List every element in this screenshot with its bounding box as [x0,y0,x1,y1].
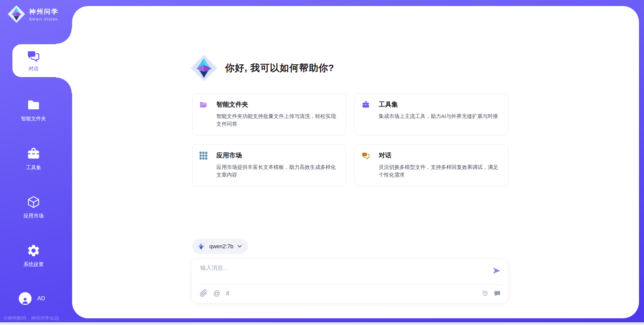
card-description: 应用市场提供丰富长文本模板，助力高效生成多样化文章内容 [216,163,336,179]
gear-icon [26,244,41,258]
folder-icon [26,98,41,112]
brand: 神州问学 Smart Vision [7,5,59,23]
model-name: qwen2:7b [209,243,233,250]
hashtag-button[interactable]: # [226,289,229,297]
card-title: 应用市场 [216,151,242,160]
chat-bubbles-icon [362,151,370,160]
briefcase-icon [362,101,370,109]
sidebar-item-chat[interactable]: 对话 [12,44,72,77]
model-diamond-icon [197,242,205,251]
message-composer: @ # [191,259,508,304]
brand-name: 神州问学 [29,7,59,16]
send-icon[interactable] [492,266,501,275]
user-avatar [19,292,32,305]
user-profile[interactable]: AD [19,292,45,305]
sidebar-item-app-market[interactable]: 应用市场 [0,195,67,219]
person-icon [21,296,30,305]
user-initials: AD [37,295,45,302]
card-title: 智能文件夹 [216,100,248,109]
card-description: 集成市场上主流工具，助力AI与外界无缝扩展与对接 [379,112,499,120]
grid-icon [199,151,208,160]
sidebar-item-label: 对话 [29,66,39,72]
feature-cards: 智能文件夹 智能文件夹功能支持批量文件上传与清洗，轻松实现文件问答 工具集 集成… [192,93,508,186]
card-smart-folders[interactable]: 智能文件夹 智能文件夹功能支持批量文件上传与清洗，轻松实现文件问答 [192,93,346,135]
greeting: 你好, 我可以如何帮助你? [190,54,334,82]
page-title: 你好, 我可以如何帮助你? [225,62,334,74]
history-clock-icon[interactable] [482,290,489,297]
active-tab-fillet-top [56,28,72,44]
card-title: 工具集 [379,100,398,109]
greeting-logo-icon [190,54,218,82]
cube-icon [26,195,41,209]
brand-subtitle: Smart Vision [29,17,59,21]
composer-toolbar: @ # [200,289,229,297]
sidebar-item-label: 智能文件夹 [21,116,46,122]
chat-bubble-icon[interactable] [494,290,501,297]
sidebar-item-settings[interactable]: 系统设置 [0,244,67,268]
main-panel: 你好, 我可以如何帮助你? 智能文件夹 智能文件夹功能支持批量文件上传与清洗，轻… [72,6,639,318]
copyright-text: ©神州数码 · 神州问学出品 [4,315,59,321]
sidebar-item-toolset[interactable]: 工具集 [0,147,67,171]
sidebar-item-label: 工具集 [26,165,41,171]
paperclip-icon[interactable] [200,289,208,297]
folder-open-icon [199,101,208,109]
card-toolset[interactable]: 工具集 集成市场上主流工具，助力AI与外界无缝扩展与对接 [355,93,508,135]
briefcase-icon [26,147,41,161]
bottom-edge-strip [0,322,644,325]
card-description: 智能文件夹功能支持批量文件上传与清洗，轻松实现文件问答 [216,112,336,128]
composer-divider [199,284,501,285]
sidebar-item-label: 系统设置 [23,261,44,268]
sidebar-item-smart-folders[interactable]: 智能文件夹 [0,98,67,122]
chevron-down-icon [237,245,242,248]
card-description: 灵活切换多模型文件，支持多样回复效果调试，满足个性化需求 [379,163,499,179]
card-chat[interactable]: 对话 灵活切换多模型文件，支持多样回复效果调试，满足个性化需求 [355,144,508,186]
app-root: 神州问学 Smart Vision 对话 智能文件夹 工具集 [0,0,644,325]
card-app-market[interactable]: 应用市场 应用市场提供丰富长文本模板，助力高效生成多样化文章内容 [192,144,346,186]
active-tab-fillet-bottom [56,77,72,93]
card-title: 对话 [379,151,391,160]
model-selector-button[interactable]: qwen2:7b [192,239,248,254]
brand-logo-icon [7,5,25,23]
composer-right-toolbar [482,290,501,297]
chat-bubbles-icon [27,49,40,63]
sidebar-item-label: 应用市场 [23,213,44,219]
message-input[interactable] [200,264,485,281]
mention-button[interactable]: @ [213,289,220,297]
